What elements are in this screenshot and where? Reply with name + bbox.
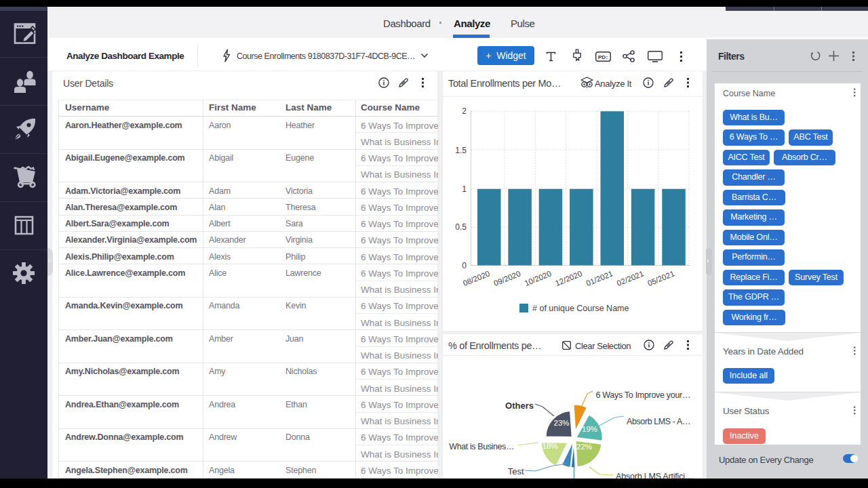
- svg-text:1: 1: [462, 184, 467, 194]
- svg-text:Absorb LMS Artifici…: Absorb LMS Artifici…: [616, 472, 693, 479]
- svg-text:10/2020: 10/2020: [524, 269, 553, 287]
- svg-text:08/2020: 08/2020: [462, 269, 491, 287]
- svg-text:23%: 23%: [553, 419, 569, 427]
- svg-text:09/2020: 09/2020: [492, 269, 521, 287]
- svg-text:What is Busines…: What is Busines…: [449, 442, 514, 451]
- svg-text:Others: Others: [505, 401, 534, 411]
- svg-text:05/2021: 05/2021: [646, 269, 675, 287]
- svg-text:6 Ways To Improve your…: 6 Ways To Improve your…: [596, 390, 691, 400]
- svg-text:2: 2: [462, 106, 467, 116]
- svg-text:18%: 18%: [542, 442, 557, 450]
- svg-text:Test: Test: [508, 466, 524, 476]
- svg-text:01/2021: 01/2021: [585, 269, 614, 287]
- svg-text:# of unique Course Name: # of unique Course Name: [532, 304, 629, 313]
- svg-text:Absorb LMS - A…: Absorb LMS - A…: [627, 417, 690, 426]
- svg-text:PD: PD: [598, 54, 606, 60]
- svg-text:12/2020: 12/2020: [554, 269, 583, 287]
- svg-text:02/2021: 02/2021: [616, 269, 645, 287]
- svg-text:19%: 19%: [582, 425, 597, 433]
- svg-text:1.5: 1.5: [455, 146, 467, 155]
- svg-text::: :: [606, 54, 608, 60]
- svg-text:0.5: 0.5: [455, 222, 467, 232]
- svg-text:22%: 22%: [576, 443, 592, 451]
- svg-text:0: 0: [462, 261, 467, 270]
